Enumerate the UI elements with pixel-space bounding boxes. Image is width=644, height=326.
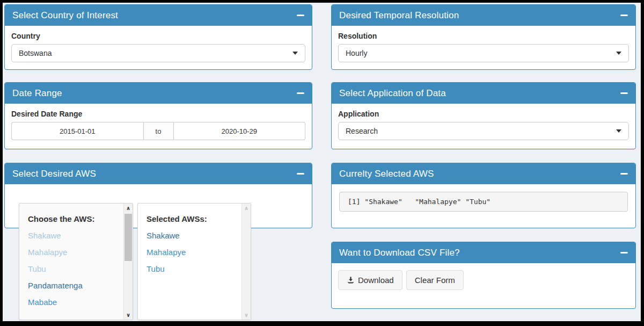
collapse-minus-icon[interactable] (297, 15, 304, 16)
panel-resolution: Desired Temporal Resolution Resolution H… (331, 4, 636, 70)
resolution-select[interactable]: Hourly (338, 44, 629, 62)
resolution-select-value: Hourly (346, 49, 367, 57)
scrollbar-thumb[interactable] (125, 214, 132, 261)
panel-title: Select Application of Data (339, 88, 446, 99)
download-icon (347, 276, 355, 284)
panel-date-range-header[interactable]: Date Range (5, 83, 312, 104)
application-label: Application (338, 110, 629, 118)
collapse-minus-icon[interactable] (620, 92, 628, 94)
date-range-group: to (11, 122, 305, 140)
panel-title: Select Desired AWS (12, 169, 96, 179)
app-frame: Select Country of Interest Country Botsw… (0, 0, 644, 326)
panel-country: Select Country of Interest Country Botsw… (4, 4, 312, 70)
country-select[interactable]: Botswana (11, 44, 305, 62)
panel-date-range: Date Range Desired Date Range to (4, 82, 312, 149)
panel-download: Want to Download CSV File? Download Clea… (331, 242, 636, 309)
collapse-minus-icon[interactable] (620, 173, 628, 175)
panel-resolution-header[interactable]: Desired Temporal Resolution (332, 5, 635, 26)
panel-application: Select Application of Data Application R… (331, 82, 636, 149)
aws-selected-listbox: Selected AWSs: Shakawe Mahalapye Tubu ∧ … (137, 203, 251, 320)
panel-title: Desired Temporal Resolution (339, 10, 459, 21)
panel-download-header[interactable]: Want to Download CSV File? (332, 242, 635, 263)
panel-title: Want to Download CSV File? (339, 248, 460, 258)
panel-country-header[interactable]: Select Country of Interest (5, 5, 312, 26)
aws-selected-header: Selected AWSs: (147, 214, 241, 223)
aws-available-listbox: Choose the AWS: Shakawe Mahalapye Tubu P… (19, 203, 133, 320)
chevron-down-icon (292, 52, 298, 55)
current-aws-output: [1] "Shakawe" "Mahalapye" "Tubu" (339, 192, 628, 212)
chevron-down-icon (616, 52, 621, 55)
panel-aws-header[interactable]: Select Desired AWS (5, 163, 312, 184)
collapse-minus-icon[interactable] (620, 252, 628, 253)
list-item[interactable]: Mahalapye (147, 248, 241, 257)
clear-form-button-label: Clear Form (415, 276, 455, 285)
panel-title: Select Country of Interest (12, 10, 118, 21)
list-item[interactable]: Mababe (28, 298, 123, 307)
download-button-label: Download (358, 276, 394, 285)
date-separator: to (143, 122, 174, 140)
scroll-up-icon[interactable]: ∧ (124, 204, 133, 213)
panel-title: Currelty Selected AWS (339, 169, 434, 179)
scroll-down-icon[interactable]: ∨ (124, 310, 133, 320)
panel-current-aws: Currelty Selected AWS [1] "Shakawe" "Mah… (331, 163, 636, 228)
date-range-label: Desired Date Range (11, 110, 305, 118)
scrollbar[interactable]: ∧ ∨ (123, 204, 133, 320)
aws-available-header: Choose the AWS: (28, 214, 123, 223)
chevron-down-icon (616, 129, 621, 133)
list-item[interactable]: Shakawe (28, 231, 123, 240)
dashboard: Select Country of Interest Country Botsw… (3, 3, 641, 321)
date-start-input[interactable] (11, 122, 143, 140)
list-item[interactable]: Pandamatenga (28, 281, 123, 290)
date-end-input[interactable] (174, 122, 306, 140)
application-select-value: Research (346, 127, 378, 135)
resolution-label: Resolution (338, 32, 629, 40)
application-select[interactable]: Research (338, 122, 629, 140)
collapse-minus-icon[interactable] (297, 173, 304, 175)
panel-application-header[interactable]: Select Application of Data (332, 83, 635, 104)
collapse-minus-icon[interactable] (297, 92, 304, 94)
panel-title: Date Range (12, 88, 62, 99)
scroll-up-icon[interactable]: ∧ (242, 204, 251, 213)
scrollbar[interactable]: ∧ ∨ (241, 204, 251, 320)
list-item[interactable]: Tubu (147, 264, 241, 273)
list-item[interactable]: Tubu (28, 264, 123, 273)
panel-current-aws-header[interactable]: Currelty Selected AWS (332, 163, 635, 184)
scroll-down-icon[interactable]: ∨ (242, 310, 251, 320)
download-button[interactable]: Download (338, 270, 402, 290)
country-select-value: Botswana (19, 49, 52, 57)
collapse-minus-icon[interactable] (620, 15, 628, 16)
clear-form-button[interactable]: Clear Form (406, 270, 464, 290)
list-item[interactable]: Shakawe (147, 231, 241, 240)
list-item[interactable]: Mahalapye (28, 248, 123, 257)
country-label: Country (11, 32, 305, 40)
